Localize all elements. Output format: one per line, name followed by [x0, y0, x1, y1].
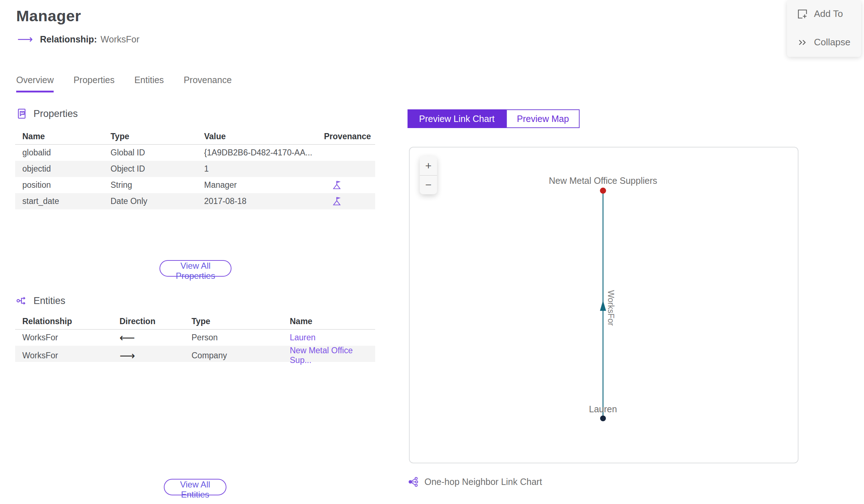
table-row: WorksFor ⟵ Person Lauren — [15, 330, 375, 346]
prop-name: position — [22, 180, 111, 190]
entity-relationship: WorksFor — [22, 351, 120, 360]
properties-table: Name Type Value Provenance globalid Glob… — [15, 129, 375, 209]
tab-overview[interactable]: Overview — [16, 75, 54, 92]
add-to-icon — [797, 9, 808, 19]
entities-table-header: Relationship Direction Type Name — [15, 314, 375, 330]
node-label-person: Lauren — [589, 404, 617, 414]
node-label-company: New Metal Office Suppliers — [549, 176, 657, 186]
properties-section-header: Properties — [16, 108, 78, 119]
col-name: Name — [22, 132, 111, 141]
entities-section-title: Entities — [33, 295, 66, 307]
prop-type: Global ID — [111, 148, 204, 158]
relationship-label: Relationship: — [40, 34, 97, 45]
zoom-control: + − — [420, 156, 437, 194]
floating-action-panel: Add To Collapse — [787, 0, 861, 57]
preview-map-button[interactable]: Preview Map — [506, 109, 580, 128]
preview-link-chart-button[interactable]: Preview Link Chart — [408, 109, 506, 128]
node-company[interactable] — [600, 188, 606, 194]
col-relationship: Relationship — [22, 317, 120, 326]
col-type: Type — [192, 317, 290, 326]
entities-icon — [16, 295, 28, 307]
relationship-subtitle: ⟶ Relationship: WorksFor — [17, 34, 139, 45]
view-all-entities-button[interactable]: View All Entities — [164, 479, 226, 495]
prop-name: globalid — [22, 148, 111, 158]
provenance-flag-icon[interactable] — [332, 180, 342, 190]
tab-bar: Overview Properties Entities Provenance — [16, 75, 232, 92]
page-title: Manager — [16, 7, 81, 25]
col-direction: Direction — [120, 317, 192, 326]
col-type: Type — [111, 132, 204, 141]
properties-icon — [16, 108, 28, 119]
view-all-properties-button[interactable]: View All Properties — [159, 260, 231, 277]
prop-value: {1A9DB2B6-D482-4170-AA... — [204, 148, 324, 158]
col-value: Value — [204, 132, 324, 141]
entities-section-header: Entities — [16, 295, 66, 307]
prop-type: Date Only — [111, 196, 204, 206]
tab-entities[interactable]: Entities — [134, 75, 164, 92]
preview-toggle: Preview Link Chart Preview Map — [408, 109, 580, 128]
one-hop-icon — [408, 476, 419, 487]
direction-left-arrow-icon: ⟵ — [120, 331, 192, 344]
prop-value: Manager — [204, 180, 324, 190]
edge-label: WorksFor — [606, 290, 616, 326]
prop-value: 2017-08-18 — [204, 196, 324, 206]
prop-name: objectid — [22, 164, 111, 174]
node-person[interactable] — [600, 416, 606, 421]
prop-type: Object ID — [111, 164, 204, 174]
table-row: globalid Global ID {1A9DB2B6-D482-4170-A… — [15, 145, 375, 161]
prop-name: start_date — [22, 196, 111, 206]
double-chevron-right-icon — [797, 37, 808, 48]
properties-section-title: Properties — [33, 108, 78, 119]
col-name: Name — [290, 317, 368, 326]
edge-arrowhead-icon — [600, 300, 606, 311]
entities-table: Relationship Direction Type Name WorksFo… — [15, 314, 375, 362]
add-to-label: Add To — [814, 8, 843, 19]
direction-right-arrow-icon: ⟶ — [120, 349, 192, 362]
table-row: start_date Date Only 2017-08-18 — [15, 193, 375, 209]
zoom-out-button[interactable]: − — [420, 175, 437, 194]
entity-type: Person — [192, 333, 290, 342]
prop-type: String — [111, 180, 204, 190]
col-provenance: Provenance — [324, 132, 371, 141]
table-row: position String Manager — [15, 177, 375, 193]
chart-caption-text: One-hop Neighbor Link Chart — [424, 477, 542, 487]
link-chart[interactable]: WorksFor New Metal Office Suppliers Laur… — [409, 147, 798, 463]
provenance-flag-icon[interactable] — [332, 196, 342, 206]
entity-relationship: WorksFor — [22, 333, 120, 342]
collapse-button[interactable]: Collapse — [797, 34, 861, 50]
add-to-button[interactable]: Add To — [797, 6, 861, 22]
zoom-in-button[interactable]: + — [420, 156, 437, 175]
table-row: objectid Object ID 1 — [15, 161, 375, 177]
relationship-arrow-icon: ⟶ — [17, 34, 33, 45]
collapse-label: Collapse — [814, 37, 850, 48]
entity-name-link[interactable]: New Metal Office Sup... — [290, 346, 368, 365]
prop-value: 1 — [204, 164, 324, 174]
tab-properties[interactable]: Properties — [73, 75, 114, 92]
table-row: WorksFor ⟶ Company New Metal Office Sup.… — [15, 346, 375, 362]
entity-type: Company — [192, 351, 290, 360]
relationship-value: WorksFor — [100, 34, 139, 45]
entity-name-link[interactable]: Lauren — [290, 333, 368, 342]
chart-caption: One-hop Neighbor Link Chart — [408, 476, 542, 487]
tab-provenance[interactable]: Provenance — [184, 75, 231, 92]
properties-table-header: Name Type Value Provenance — [15, 129, 375, 145]
